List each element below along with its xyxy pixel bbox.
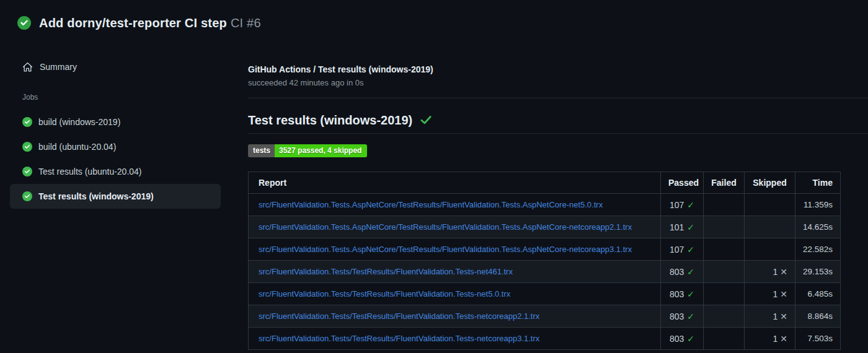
job-item-label: Test results (ubuntu-20.04) (38, 167, 142, 176)
run-title-text: Add dorny/test-reporter CI step (39, 16, 227, 30)
page-root: Add dorny/test-reporter CI stepCI #6 Sum… (0, 0, 868, 350)
report-link[interactable]: src/FluentValidation.Tests/TestResults/F… (259, 312, 539, 321)
cross-icon: ✕ (780, 289, 787, 299)
report-link[interactable]: src/FluentValidation.Tests.AspNetCore/Te… (259, 200, 603, 209)
check-icon: ✓ (687, 312, 694, 321)
failed-cell (704, 194, 745, 216)
check-icon (420, 114, 432, 126)
table-row: src/FluentValidation.Tests/TestResults/F… (249, 305, 841, 328)
badge-label: tests (248, 144, 275, 157)
skipped-count: 1 (773, 289, 777, 299)
report-link[interactable]: src/FluentValidation.Tests/TestResults/F… (259, 334, 539, 343)
check-circle-icon (17, 16, 31, 30)
col-header-time: Time (795, 172, 841, 194)
skipped-cell (745, 194, 795, 216)
run-number: CI #6 (231, 16, 261, 30)
report-link[interactable]: src/FluentValidation.Tests.AspNetCore/Te… (259, 245, 632, 254)
passed-count: 803 (670, 267, 684, 277)
time-cell: 11.359s (795, 194, 841, 216)
failed-cell (704, 328, 745, 350)
sidebar: Summary Jobs build (windows-2019) (0, 46, 232, 209)
jobs-section-label: Jobs (10, 92, 232, 103)
cross-icon: ✕ (780, 334, 787, 344)
report-link[interactable]: src/FluentValidation.Tests/TestResults/F… (259, 267, 513, 276)
run-header: Add dorny/test-reporter CI stepCI #6 (0, 0, 868, 46)
sidebar-item-summary[interactable]: Summary (10, 54, 232, 79)
results-heading-text: Test results (windows-2019) (248, 111, 412, 129)
time-cell: 22.582s (795, 238, 841, 261)
time-cell: 8.864s (795, 305, 841, 328)
col-header-skipped: Skipped (745, 172, 795, 194)
failed-cell (704, 216, 745, 238)
skipped-cell: 1✕ (745, 328, 795, 350)
sidebar-item-test-results-ubuntu-2004[interactable]: Test results (ubuntu-20.04) (10, 159, 221, 184)
results-table: Report Passed Failed Skipped Time src/Fl… (248, 172, 841, 350)
check-icon: ✓ (687, 222, 694, 232)
check-circle-icon (22, 142, 32, 152)
failed-cell (704, 261, 745, 283)
passed-count: 107 (670, 200, 684, 210)
table-row: src/FluentValidation.Tests.AspNetCore/Te… (249, 238, 841, 261)
check-run-title: GitHub Actions / Test results (windows-2… (248, 63, 868, 76)
skipped-count: 1 (773, 334, 777, 344)
passed-count: 803 (670, 289, 684, 299)
check-icon: ✓ (687, 289, 694, 299)
time-cell: 6.485s (795, 283, 841, 305)
sidebar-summary-label: Summary (40, 62, 77, 72)
check-run-status: succeeded 42 minutes ago in 0s (248, 77, 868, 89)
check-circle-icon (22, 191, 32, 201)
time-cell: 14.625s (795, 216, 841, 238)
job-item-label: build (ubuntu-20.04) (38, 142, 116, 152)
failed-cell (704, 305, 745, 328)
table-row: src/FluentValidation.Tests.AspNetCore/Te… (249, 194, 841, 216)
check-icon: ✓ (687, 334, 694, 344)
page-title: Add dorny/test-reporter CI stepCI #6 (39, 16, 261, 30)
col-header-report: Report (249, 172, 661, 194)
divider (248, 98, 868, 98)
job-item-label: build (windows-2019) (38, 117, 120, 127)
check-circle-icon (22, 167, 32, 176)
check-circle-icon (22, 117, 32, 127)
failed-cell (704, 238, 745, 261)
table-row: src/FluentValidation.Tests/TestResults/F… (249, 261, 841, 283)
skipped-cell: 1✕ (745, 305, 795, 328)
main-content: GitHub Actions / Test results (windows-2… (232, 46, 868, 350)
col-header-failed: Failed (704, 172, 745, 194)
table-row: src/FluentValidation.Tests/TestResults/F… (249, 328, 841, 350)
time-cell: 7.503s (795, 328, 841, 350)
skipped-cell (745, 216, 795, 238)
layout: Summary Jobs build (windows-2019) (0, 46, 868, 350)
sidebar-item-build-ubuntu-2004[interactable]: build (ubuntu-20.04) (10, 134, 221, 159)
skipped-cell: 1✕ (745, 261, 795, 283)
col-header-passed: Passed (661, 172, 704, 194)
passed-count: 803 (670, 312, 684, 321)
home-icon (22, 62, 33, 72)
check-icon: ✓ (687, 245, 694, 255)
passed-count: 101 (670, 222, 684, 232)
badge-value: 3527 passed, 4 skipped (275, 144, 367, 157)
sidebar-item-build-windows-2019[interactable]: build (windows-2019) (10, 110, 221, 134)
passed-count: 107 (670, 245, 684, 255)
table-row: src/FluentValidation.Tests.AspNetCore/Te… (249, 216, 841, 238)
cross-icon: ✕ (780, 312, 787, 321)
results-heading: Test results (windows-2019) (248, 111, 868, 134)
table-row: src/FluentValidation.Tests/TestResults/F… (249, 283, 841, 305)
check-icon: ✓ (687, 200, 694, 210)
passed-count: 803 (670, 334, 684, 344)
skipped-cell (745, 238, 795, 261)
sidebar-item-test-results-windows-2019[interactable]: Test results (windows-2019) (10, 184, 221, 209)
skipped-count: 1 (773, 267, 777, 277)
check-icon: ✓ (687, 267, 694, 277)
job-item-label: Test results (windows-2019) (38, 191, 154, 201)
cross-icon: ✕ (780, 267, 787, 277)
report-link[interactable]: src/FluentValidation.Tests.AspNetCore/Te… (259, 222, 632, 232)
skipped-cell: 1✕ (745, 283, 795, 305)
failed-cell (704, 283, 745, 305)
time-cell: 29.153s (795, 261, 841, 283)
skipped-count: 1 (773, 312, 777, 321)
tests-badge: tests 3527 passed, 4 skipped (248, 144, 367, 157)
table-header-row: Report Passed Failed Skipped Time (249, 172, 841, 194)
job-list: build (windows-2019) build (ubuntu-20.04… (10, 110, 232, 209)
report-link[interactable]: src/FluentValidation.Tests/TestResults/F… (259, 289, 510, 299)
